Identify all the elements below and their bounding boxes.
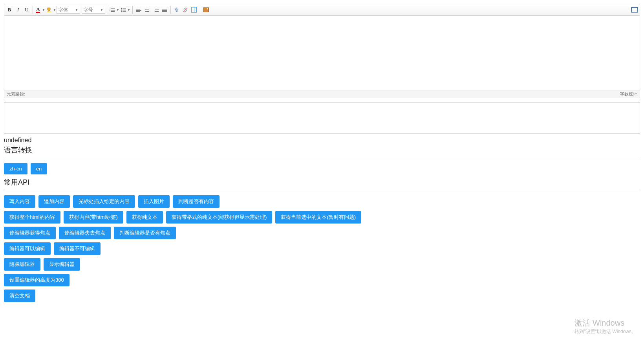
svg-rect-2 — [111, 8, 115, 9]
undefined-text: undefined — [4, 137, 640, 144]
table-button[interactable] — [190, 5, 198, 14]
lang-button-en[interactable]: en — [31, 163, 47, 174]
unordered-list-button[interactable]: ▼ — [120, 5, 131, 14]
api-button[interactable]: 获得纯文本 — [126, 211, 163, 224]
chevron-down-icon: ▼ — [42, 5, 46, 14]
chevron-down-icon: ▼ — [53, 5, 57, 14]
separator — [200, 6, 200, 14]
editor-content-area[interactable] — [4, 16, 640, 90]
api-button[interactable]: 获得内容(带html标签) — [64, 211, 123, 224]
svg-text:3: 3 — [110, 11, 111, 13]
api-button[interactable]: 使编辑器失去焦点 — [59, 227, 111, 239]
api-button[interactable]: 编辑器可以编辑 — [4, 242, 51, 255]
forecolor-button[interactable]: A ▼ — [35, 5, 46, 14]
api-button[interactable]: 使编辑器获得焦点 — [4, 227, 56, 239]
svg-point-11 — [121, 11, 122, 12]
api-button[interactable]: 隐藏编辑器 — [4, 258, 40, 271]
api-button[interactable]: 追加内容 — [38, 195, 70, 208]
unlink-button[interactable] — [181, 5, 190, 14]
api-button[interactable]: 写入内容 — [4, 195, 35, 208]
chevron-down-icon: ▼ — [100, 8, 103, 12]
editor-statusbar: 元素路径: 字数统计 — [4, 90, 640, 98]
fullscreen-button[interactable] — [631, 7, 638, 13]
element-path-label: 元素路径: — [7, 91, 25, 97]
align-left-button[interactable] — [134, 5, 143, 14]
api-button[interactable]: 获得带格式的纯文本(能获得但显示需处理) — [166, 211, 273, 224]
separator — [170, 6, 171, 14]
underline-button[interactable]: U — [22, 5, 31, 14]
divider — [4, 191, 640, 191]
align-center-button[interactable] — [143, 5, 152, 14]
api-button[interactable]: 光标处插入给定的内容 — [73, 195, 135, 208]
ordered-list-button[interactable]: 123 ▼ — [109, 5, 120, 14]
editor-toolbar: B I U A ▼ ▼ 字体▼ 字号▼ 123 ▼ — [4, 4, 640, 16]
chevron-down-icon: ▼ — [116, 5, 120, 14]
align-justify-button[interactable] — [160, 5, 169, 14]
bold-button[interactable]: B — [5, 5, 14, 14]
api-button[interactable]: 获得当前选中的文本(暂时有问题) — [275, 211, 361, 224]
backcolor-button[interactable]: ▼ — [46, 5, 57, 14]
api-button[interactable]: 判断是否有内容 — [173, 195, 220, 208]
svg-rect-6 — [111, 11, 115, 12]
align-right-button[interactable] — [152, 5, 160, 14]
svg-rect-12 — [123, 11, 126, 12]
output-textarea[interactable] — [4, 102, 640, 134]
table-icon — [191, 7, 197, 13]
api-button[interactable]: 获得整个html的内容 — [4, 211, 60, 224]
api-button[interactable]: 编辑器不可编辑 — [54, 242, 101, 255]
font-size-select[interactable]: 字号▼ — [82, 6, 105, 14]
svg-rect-4 — [111, 10, 115, 11]
image-icon — [203, 7, 209, 12]
word-count-label[interactable]: 字数统计 — [620, 91, 637, 97]
lang-button-zh-cn[interactable]: zh-cn — [4, 163, 27, 174]
svg-point-7 — [121, 8, 122, 9]
api-button[interactable]: 显示编辑器 — [44, 258, 80, 271]
italic-button[interactable]: I — [14, 5, 22, 14]
divider — [4, 159, 640, 159]
language-section-title: 语言转换 — [4, 145, 640, 156]
svg-point-9 — [121, 9, 122, 10]
separator — [132, 6, 133, 14]
chevron-down-icon: ▼ — [127, 5, 131, 14]
svg-rect-0 — [47, 11, 51, 12]
api-button[interactable]: 判断编辑器是否有焦点 — [114, 227, 176, 239]
api-section-title: 常用API — [4, 178, 640, 189]
insert-image-button[interactable] — [202, 5, 210, 14]
svg-rect-8 — [123, 8, 126, 9]
font-family-select[interactable]: 字体▼ — [57, 6, 80, 14]
api-button[interactable]: 插入图片 — [138, 195, 170, 208]
separator — [107, 6, 107, 14]
api-button[interactable]: 设置编辑器的高度为300 — [4, 274, 70, 286]
api-button[interactable]: 清空文档 — [4, 290, 35, 302]
svg-rect-10 — [123, 10, 126, 11]
separator — [33, 6, 33, 14]
chevron-down-icon: ▼ — [75, 8, 78, 12]
link-button[interactable] — [172, 5, 181, 14]
